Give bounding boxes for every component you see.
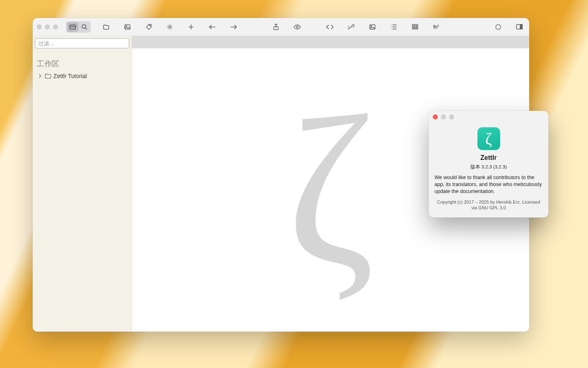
- arrow-left-icon: [209, 25, 216, 29]
- insert-code-button[interactable]: [324, 21, 336, 33]
- app-icon: ζ: [477, 127, 500, 150]
- svg-rect-2: [125, 25, 130, 29]
- filter-wrap: [33, 36, 131, 52]
- link-icon: [348, 24, 354, 30]
- svg-point-1: [82, 25, 86, 28]
- app-thanks-text: We would like to thank all contributors …: [434, 174, 543, 195]
- list-icon: [390, 24, 397, 30]
- window-close-button[interactable]: [37, 25, 42, 29]
- eye-icon: [294, 25, 301, 29]
- insert-footnote-button[interactable]: fn1: [430, 21, 442, 33]
- chevron-right-icon: [38, 74, 42, 78]
- svg-rect-10: [412, 25, 418, 29]
- panel-right-icon: [516, 24, 523, 29]
- sidebar: 工作区 Zettlr Tutorial: [33, 36, 132, 332]
- tree-item-zettlr-tutorial[interactable]: Zettlr Tutorial: [33, 71, 131, 81]
- stats-button[interactable]: [122, 21, 133, 33]
- nav-forward-button[interactable]: [228, 21, 239, 33]
- gear-icon: [167, 24, 173, 30]
- about-window: ζ Zettlr 版本 3.2.3 (3.2.3) We would like …: [429, 111, 548, 218]
- svg-point-7: [296, 26, 298, 28]
- table-icon: [412, 24, 418, 29]
- filter-input[interactable]: [35, 38, 129, 48]
- insert-table-button[interactable]: [409, 21, 421, 33]
- workspace-section-label: 工作区: [33, 52, 131, 71]
- insert-image-button[interactable]: [367, 21, 378, 33]
- nav-back-button[interactable]: [207, 21, 218, 33]
- open-folder-button[interactable]: [100, 21, 112, 33]
- about-close-button[interactable]: [433, 114, 438, 119]
- about-zoom-button[interactable]: [449, 114, 454, 119]
- about-body: ζ Zettlr 版本 3.2.3 (3.2.3) We would like …: [429, 123, 548, 218]
- svg-point-5: [169, 26, 171, 27]
- app-copyright-text: Copyright (c) 2017 – 2025 by Hendrik Erz…: [434, 199, 543, 211]
- svg-rect-0: [70, 25, 76, 29]
- svg-point-9: [371, 25, 372, 26]
- circle-icon: [495, 24, 501, 30]
- view-mode-segment: [66, 21, 91, 33]
- watermark-logo: ζ: [287, 105, 374, 276]
- share-icon: [273, 24, 279, 30]
- arrow-right-icon: [230, 25, 237, 29]
- titlebar: fn1: [33, 18, 529, 36]
- new-file-button[interactable]: [185, 21, 197, 33]
- traffic-lights: [37, 25, 58, 29]
- file-tree-icon: [69, 24, 76, 30]
- footnote-icon: fn1: [433, 24, 439, 30]
- image-icon: [124, 24, 131, 30]
- tree-item-label: Zettlr Tutorial: [53, 73, 87, 79]
- window-minimize-button[interactable]: [45, 25, 50, 29]
- file-tree-toggle[interactable]: [67, 22, 78, 32]
- pomodoro-button[interactable]: [492, 21, 504, 33]
- code-icon: [326, 25, 334, 29]
- tag-icon: [146, 24, 152, 30]
- folder-open-icon: [103, 24, 109, 30]
- svg-point-3: [126, 25, 127, 26]
- tags-button[interactable]: [143, 21, 154, 33]
- picture-icon: [369, 24, 376, 30]
- search-icon: [81, 24, 87, 30]
- app-version-label: 版本 3.2.3 (3.2.3): [434, 164, 543, 170]
- svg-rect-12: [520, 25, 522, 29]
- svg-point-4: [149, 25, 150, 26]
- app-name-label: Zettlr: [434, 154, 543, 162]
- insert-link-button[interactable]: [345, 21, 357, 33]
- about-titlebar: [429, 111, 548, 123]
- about-minimize-button[interactable]: [441, 114, 446, 119]
- svg-rect-8: [370, 25, 375, 29]
- insert-tasklist-button[interactable]: [388, 21, 399, 33]
- settings-button[interactable]: [164, 21, 176, 33]
- plus-icon: [188, 24, 194, 30]
- toggle-sidebar-button[interactable]: [514, 21, 525, 33]
- export-button[interactable]: [270, 21, 282, 33]
- global-search-toggle[interactable]: [78, 22, 90, 32]
- tab-strip[interactable]: [132, 36, 529, 48]
- toggle-preview-button[interactable]: [292, 21, 303, 33]
- window-zoom-button[interactable]: [53, 25, 58, 29]
- folder-icon: [45, 74, 51, 79]
